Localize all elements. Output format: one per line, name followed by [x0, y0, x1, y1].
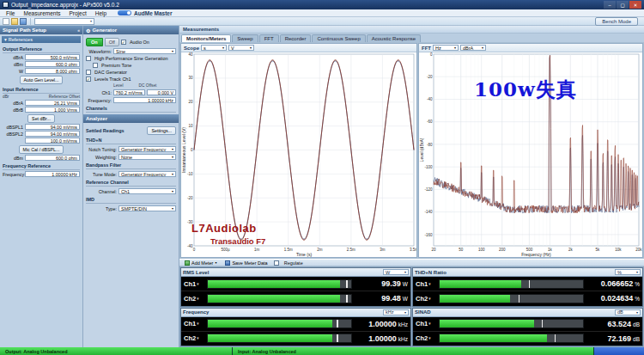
menu-measurements[interactable]: Measurements [19, 10, 64, 16]
select-channel[interactable]: Ch1 [118, 188, 176, 194]
menu-help[interactable]: Help [91, 10, 111, 16]
channel-select[interactable]: Ch2 [416, 295, 436, 303]
generator-frequency-input[interactable]: 1.00000 kHz [113, 97, 176, 103]
meter-bar-fill [208, 320, 332, 327]
generator-off-button[interactable]: Off [105, 38, 119, 46]
field-input-frequency[interactable]: 1.00000 kHz [25, 171, 80, 177]
save-meter-data-button[interactable]: Save Meter Data [222, 260, 270, 266]
overlay-annotation: 100w失真 [474, 77, 577, 103]
svg-text:10: 10 [188, 124, 193, 128]
field-input-dbm[interactable]: 600.0 ohm [25, 61, 80, 67]
channel-select[interactable]: Ch2 [416, 334, 436, 342]
save-project-icon[interactable] [20, 18, 27, 25]
meter-value-unit: W [403, 296, 408, 302]
menu-file[interactable]: File [2, 10, 19, 16]
meter-unit-select[interactable]: dB [615, 309, 641, 315]
channel-select[interactable]: Ch1 [184, 320, 204, 327]
waveform-select[interactable]: Sine [113, 48, 176, 54]
level-input[interactable]: 760.2 mVrms [113, 89, 145, 95]
field-input-dbspl1[interactable]: 94.00 mVrms [25, 124, 80, 130]
field-label-w: W [3, 69, 25, 74]
generator-on-button[interactable]: On [86, 38, 103, 46]
option-row-dac-generator: DAC Generator [86, 70, 176, 75]
generator-frequency-label: Frequency: [86, 98, 112, 103]
meter-panel-thd-n-ratio: THD+N Ratio%Ch10.066652%Ch20.024634% [412, 267, 643, 307]
meter-unit-select[interactable]: kHz [383, 309, 409, 315]
references-header[interactable]: ▾ References [2, 36, 81, 43]
add-meter-icon [185, 260, 190, 266]
meter-value-unit: % [635, 296, 640, 302]
status-indicator [594, 347, 644, 355]
field-input-dbrb[interactable]: 1.000 Vrms [25, 107, 80, 113]
dc-offset-input[interactable]: 0.000 V [147, 89, 176, 95]
channel-select[interactable]: Ch1 [416, 280, 436, 288]
tab-fft[interactable]: FFT [259, 34, 279, 42]
audio-on-checkbox[interactable] [121, 40, 126, 45]
settled-readings-label: Settled Readings [86, 128, 125, 133]
scope-x-unit-select[interactable]: s [201, 45, 227, 51]
button-set-dbr[interactable]: Set dBr... [27, 114, 55, 123]
field-row-w: W8.000 ohm [3, 68, 80, 74]
checkbox-premium-tone[interactable] [93, 63, 98, 68]
toolbar-dropdown[interactable] [34, 18, 94, 25]
select-weighting[interactable]: None [118, 154, 176, 160]
select-tune-mode[interactable]: Generator Frequency [118, 171, 176, 177]
select-type[interactable]: SMPTE/DIN [118, 205, 176, 211]
field-input-dbra[interactable]: 500.0 mVrms [25, 54, 80, 60]
waveform-label: Waveform: [86, 49, 112, 54]
field-input-value[interactable]: 100.0 mVrms [25, 138, 80, 144]
close-button[interactable]: ✕ [629, 1, 641, 9]
bench-mode-button[interactable]: Bench Mode [595, 17, 638, 26]
fft-y-unit-select[interactable]: dBrA [460, 45, 486, 51]
measurements-title: Measurements [183, 27, 219, 32]
tab-acoustic-response[interactable]: Acoustic Response [367, 34, 421, 42]
tab-monitors-meters[interactable]: Monitors/Meters [181, 34, 231, 42]
analyzer-header: Analyzer [83, 114, 179, 123]
meter-unit-select[interactable]: W [383, 269, 409, 275]
channel-select[interactable]: Ch1 [416, 320, 436, 327]
open-project-icon[interactable] [11, 18, 18, 25]
channel-select[interactable]: Ch2 [184, 295, 204, 303]
checkbox-levels-track-ch1[interactable] [86, 77, 91, 82]
new-project-icon[interactable] [3, 18, 9, 25]
meter-value-number: 72.169 [608, 334, 632, 343]
svg-text:-140: -140 [424, 210, 433, 214]
maximize-button[interactable]: ▢ [617, 1, 629, 9]
minimize-button[interactable]: – [604, 1, 616, 9]
field-input-dbra[interactable]: 26.21 Vrms [25, 100, 80, 106]
meter-value: 0.024634% [586, 294, 640, 303]
regulate-checkbox[interactable] [274, 260, 279, 266]
peak-marker [519, 295, 520, 303]
scope-y-unit-select[interactable]: V [228, 45, 254, 51]
meter-value-number: 99.48 [381, 294, 401, 303]
svg-text:-60: -60 [427, 119, 433, 124]
section-frequency-reference: Frequency Reference [3, 163, 80, 170]
regulate-label: Regulate [283, 260, 303, 266]
collapse-panel-icon[interactable]: « [77, 28, 80, 33]
select-notch-tuning[interactable]: Generator Frequency [118, 146, 176, 152]
channel-select[interactable]: Ch1 [184, 280, 204, 288]
field-input-dbspl2[interactable]: 94.00 mVrms [25, 131, 80, 137]
svg-text:-100: -100 [424, 165, 433, 169]
tab-continuous-sweep[interactable]: Continuous Sweep [312, 34, 365, 42]
meter-unit-select[interactable]: % [615, 269, 641, 275]
menu-project[interactable]: Project [64, 10, 90, 16]
meter-header-thd-n-ratio: THD+N Ratio% [413, 268, 642, 277]
meter-value: 99.48W [355, 294, 408, 303]
tab-sweep[interactable]: Sweep [232, 34, 258, 42]
checkbox-high-performance-sine-generation[interactable] [86, 56, 91, 61]
button-mic-cal-dbspl[interactable]: Mic Cal / dBSPL... [19, 145, 64, 154]
checkbox-dac-generator[interactable] [86, 70, 91, 75]
fft-x-unit-select[interactable]: Hz [433, 45, 459, 51]
master-toggle[interactable] [118, 10, 131, 15]
peak-marker [337, 320, 338, 327]
field-input-dbm[interactable]: 600.0 ohm [25, 155, 80, 161]
tab-recorder[interactable]: Recorder [280, 34, 312, 42]
button-auto-gen-level[interactable]: Auto Gen Level... [20, 76, 64, 84]
row-channel: Channel:Ch1 [86, 188, 176, 194]
field-input-w[interactable]: 8.000 ohm [25, 68, 80, 74]
save-icon [225, 260, 230, 266]
settings-button[interactable]: Settings... [147, 126, 176, 135]
add-meter-button[interactable]: Add Meter ▾ [182, 260, 219, 266]
channel-select[interactable]: Ch2 [184, 334, 204, 342]
